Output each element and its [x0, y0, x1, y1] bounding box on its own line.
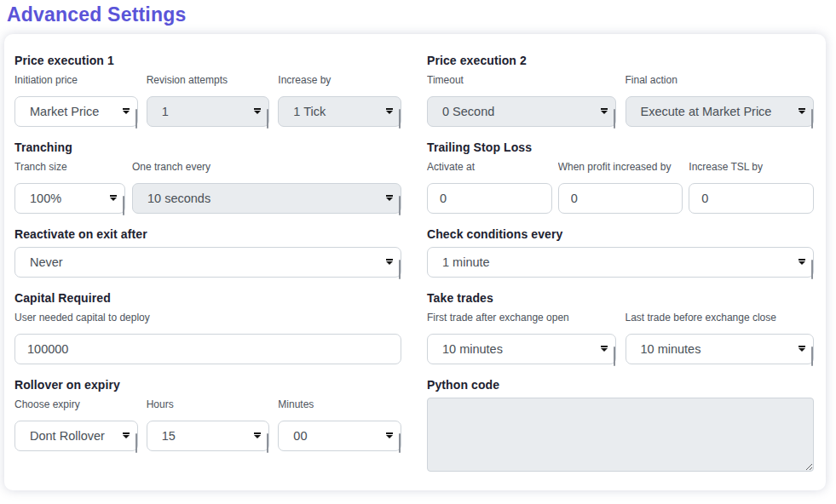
- field-increase-tsl-by: Increase TSL by: [689, 162, 814, 214]
- python-code-textarea[interactable]: [427, 398, 814, 472]
- one-tranch-every-select[interactable]: 10 seconds: [132, 183, 401, 214]
- select-value: 1 Tick: [293, 97, 378, 126]
- dropdown-edge-shadow: [614, 109, 615, 129]
- dropdown-edge-shadow: [399, 433, 401, 453]
- dropdown-caret-icon: [123, 111, 130, 114]
- field-activate-at: Activate at: [427, 162, 552, 214]
- when-profit-increased-by-input[interactable]: [558, 183, 683, 214]
- section-reactivate-on-exit-after: Reactivate on exit after Never: [14, 228, 401, 278]
- section-price-execution-1: Price execution 1 Initiation price Marke…: [14, 54, 401, 127]
- dropdown-edge-shadow: [135, 433, 137, 453]
- section-title: Reactivate on exit after: [14, 228, 401, 241]
- dropdown-edge-shadow: [399, 109, 401, 129]
- settings-grid: Price execution 1 Initiation price Marke…: [4, 34, 826, 486]
- advanced-settings-card: Price execution 1 Initiation price Marke…: [4, 34, 826, 490]
- field-label: Activate at: [427, 162, 552, 173]
- dropdown-caret-icon: [123, 435, 130, 438]
- dropdown-edge-shadow: [811, 260, 813, 279]
- field-label: Initiation price: [14, 75, 138, 86]
- field-label: Increase by: [278, 75, 401, 86]
- field-increase-by: Increase by 1 Tick: [278, 75, 401, 127]
- section-title: Price execution 2: [427, 54, 814, 67]
- revision-attempts-select[interactable]: 1: [147, 96, 270, 127]
- section-title: Python code: [427, 379, 814, 392]
- field-check-interval: 1 minute: [427, 247, 814, 278]
- dropdown-caret-icon: [386, 198, 393, 201]
- select-value: 100%: [30, 184, 102, 213]
- dropdown-edge-shadow: [399, 196, 401, 215]
- field-reactivate: Never: [14, 247, 401, 278]
- section-rollover-on-expiry: Rollover on expiry Choose expiry Dont Ro…: [14, 379, 401, 472]
- section-take-trades: Take trades First trade after exchange o…: [427, 292, 814, 364]
- select-value: Market Price: [30, 97, 115, 126]
- field-label: Minutes: [278, 399, 401, 410]
- section-title: Check conditions every: [427, 228, 814, 241]
- field-final-action: Final action Execute at Market Price: [626, 75, 815, 127]
- select-value: Execute at Market Price: [641, 97, 792, 126]
- dropdown-caret-icon: [110, 198, 117, 201]
- select-value: 1 minute: [442, 248, 791, 277]
- field-hours: Hours 15: [147, 399, 270, 451]
- hours-select[interactable]: 15: [147, 421, 270, 451]
- reactivate-on-exit-select[interactable]: Never: [14, 247, 401, 278]
- increase-by-select[interactable]: 1 Tick: [278, 96, 401, 127]
- dropdown-caret-icon: [254, 111, 261, 114]
- section-title: Rollover on expiry: [14, 379, 401, 392]
- field-label: Increase TSL by: [689, 162, 814, 173]
- dropdown-caret-icon: [254, 435, 261, 438]
- final-action-select[interactable]: Execute at Market Price: [626, 96, 815, 127]
- section-python-code: Python code: [427, 379, 814, 472]
- activate-at-input[interactable]: [427, 183, 552, 214]
- choose-expiry-select[interactable]: Dont Rollover: [14, 421, 138, 451]
- initiation-price-select[interactable]: Market Price: [14, 96, 138, 127]
- field-choose-expiry: Choose expiry Dont Rollover: [14, 399, 138, 451]
- field-label: Timeout: [427, 75, 616, 86]
- last-trade-select[interactable]: 10 minutes: [626, 334, 815, 364]
- dropdown-caret-icon: [799, 261, 805, 265]
- select-value: Never: [30, 248, 378, 277]
- dropdown-caret-icon: [601, 348, 608, 352]
- first-trade-select[interactable]: 10 minutes: [427, 334, 616, 364]
- dropdown-caret-icon: [386, 261, 393, 265]
- select-value: 15: [162, 421, 247, 450]
- dropdown-edge-shadow: [267, 433, 268, 453]
- section-trailing-stop-loss: Trailing Stop Loss Activate at When prof…: [427, 141, 814, 214]
- dropdown-edge-shadow: [399, 260, 401, 279]
- dropdown-caret-icon: [799, 348, 805, 352]
- select-value: 10 minutes: [442, 335, 593, 364]
- field-label: One tranch every: [132, 162, 401, 173]
- section-price-execution-2: Price execution 2 Timeout 0 Second Final…: [427, 54, 814, 127]
- dropdown-caret-icon: [386, 435, 393, 438]
- tranch-size-select[interactable]: 100%: [14, 183, 125, 214]
- increase-tsl-by-input[interactable]: [689, 183, 814, 214]
- dropdown-caret-icon: [386, 111, 393, 114]
- dropdown-caret-icon: [799, 111, 805, 114]
- dropdown-edge-shadow: [811, 346, 813, 366]
- field-label: Hours: [147, 399, 270, 410]
- field-label: Tranch size: [14, 162, 125, 173]
- capital-required-input[interactable]: [14, 334, 401, 364]
- section-title: Capital Required: [14, 292, 401, 305]
- field-label: Revision attempts: [147, 75, 270, 86]
- select-value: 10 seconds: [147, 184, 378, 213]
- select-value: Dont Rollover: [30, 421, 115, 450]
- field-label: When profit increased by: [558, 162, 683, 173]
- dropdown-edge-shadow: [267, 109, 268, 129]
- section-title: Tranching: [14, 141, 401, 154]
- timeout-select[interactable]: 0 Second: [427, 96, 616, 127]
- minutes-select[interactable]: 00: [278, 421, 401, 451]
- field-capital: User needed capital to deploy: [14, 312, 401, 364]
- field-label: Last trade before exchange close: [626, 312, 815, 324]
- select-value: 10 minutes: [641, 335, 792, 364]
- field-timeout: Timeout 0 Second: [427, 75, 616, 127]
- field-first-trade: First trade after exchange open 10 minut…: [427, 312, 616, 364]
- page-title: Advanced Settings: [7, 3, 186, 26]
- section-title: Price execution 1: [14, 54, 401, 67]
- check-conditions-select[interactable]: 1 minute: [427, 247, 814, 278]
- field-one-tranch-every: One tranch every 10 seconds: [132, 162, 401, 214]
- field-python-code: [427, 398, 814, 472]
- select-value: 1: [162, 97, 247, 126]
- field-tranch-size: Tranch size 100%: [14, 162, 125, 214]
- section-capital-required: Capital Required User needed capital to …: [14, 292, 401, 364]
- field-label: First trade after exchange open: [427, 312, 616, 324]
